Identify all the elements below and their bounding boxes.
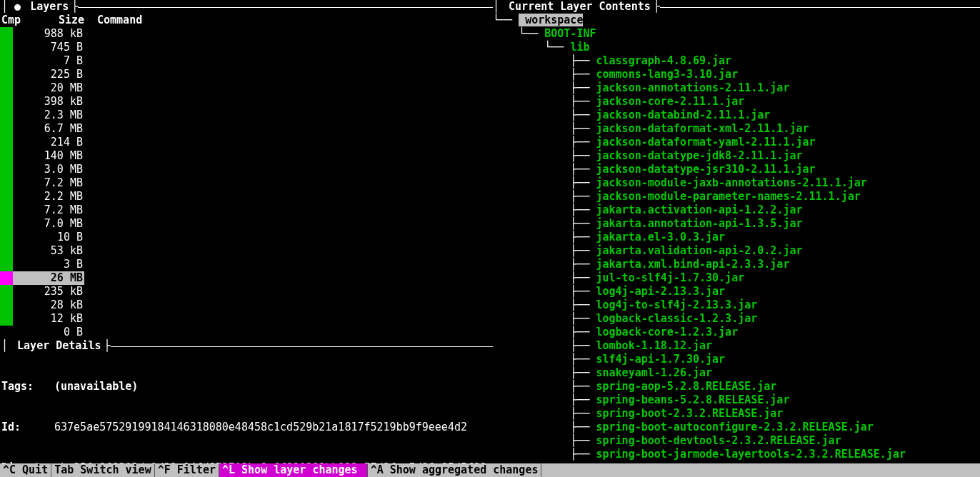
tree-row[interactable]: ├── jackson-core-2.11.1.jar [493, 95, 980, 109]
tree-row[interactable]: └── workspace [493, 14, 980, 27]
tree-row[interactable]: ├── spring-beans-5.2.8.RELEASE.jar [493, 393, 980, 407]
tree-file[interactable]: spring-boot-autoconfigure-2.3.2.RELEASE.… [596, 421, 874, 433]
tree-node-workspace[interactable]: workspace [519, 14, 583, 26]
tree-row[interactable]: ├── classgraph-4.8.69.jar [493, 54, 980, 68]
tree-row[interactable]: ├── logback-core-1.2.3.jar [493, 326, 980, 339]
tree-node-lib[interactable]: lib [570, 41, 589, 54]
layer-row[interactable]: 3.0 MB [0, 163, 493, 176]
layer-row[interactable]: 235 kB [0, 285, 493, 298]
tree-file[interactable]: log4j-to-slf4j-2.13.3.jar [596, 298, 758, 311]
tree-row[interactable]: ├── jackson-annotations-2.11.1.jar [493, 81, 980, 95]
layer-row[interactable]: 7.2 MB [0, 204, 493, 217]
tree-file[interactable]: jakarta.xml.bind-api-2.3.3.jar [596, 258, 790, 271]
layer-row[interactable]: 214 B [0, 136, 493, 149]
layer-row[interactable]: 0 B [0, 326, 493, 339]
tree-file[interactable]: jackson-module-jaxb-annotations-2.11.1.j… [596, 176, 867, 189]
tree-row[interactable]: ├── jackson-datatype-jsr310-2.11.1.jar [493, 163, 980, 176]
tree-row[interactable]: ├── jackson-module-parameter-names-2.11.… [493, 190, 980, 204]
tree-row[interactable]: ├── jakarta.xml.bind-api-2.3.3.jar [493, 258, 980, 271]
tree-file[interactable]: logback-classic-1.2.3.jar [596, 312, 758, 325]
tree-file[interactable]: log4j-api-2.13.3.jar [596, 285, 726, 298]
tree-row[interactable]: ├── spring-boot-jarmode-layertools-2.3.2… [493, 448, 980, 461]
tree-file[interactable]: jackson-dataformat-xml-2.11.1.jar [596, 122, 809, 135]
layer-row[interactable]: 28 kB [0, 298, 493, 312]
tree-file[interactable]: jackson-datatype-jdk8-2.11.1.jar [596, 149, 803, 162]
tree-file[interactable]: jakarta.activation-api-1.2.2.jar [596, 204, 803, 216]
tree-row[interactable]: ├── jakarta.validation-api-2.0.2.jar [493, 244, 980, 258]
tree-file[interactable]: jackson-dataformat-yaml-2.11.1.jar [596, 136, 816, 149]
tree-row[interactable]: ├── spring-boot-2.3.2.RELEASE.jar [493, 407, 980, 421]
tree-file[interactable]: logback-core-1.2.3.jar [596, 326, 739, 338]
tree-row[interactable]: └── lib [493, 41, 980, 54]
tree-row[interactable]: ├── jul-to-slf4j-1.7.30.jar [493, 271, 980, 285]
layer-row[interactable]: 12 kB [0, 312, 493, 326]
tree-file[interactable]: jakarta.annotation-api-1.3.5.jar [596, 217, 803, 230]
tags-value: (unavailable) [54, 380, 493, 393]
tree-file[interactable]: jul-to-slf4j-1.7.30.jar [596, 271, 745, 284]
tree-row[interactable]: ├── commons-lang3-3.10.jar [493, 68, 980, 81]
tree-file[interactable]: jackson-annotations-2.11.1.jar [596, 81, 790, 94]
layer-size: 2.2 MB [13, 190, 84, 204]
tree-file[interactable]: spring-boot-devtools-2.3.2.RELEASE.jar [596, 434, 841, 447]
layer-size: 3.0 MB [13, 163, 84, 176]
tree-file[interactable]: snakeyaml-1.26.jar [596, 366, 713, 379]
tree-row[interactable]: ├── jackson-datatype-jdk8-2.11.1.jar [493, 149, 980, 163]
layer-row[interactable]: 398 kB [0, 95, 493, 109]
tree-node-bootinf[interactable]: BOOT-INF [544, 27, 596, 40]
cmp-indicator [0, 27, 13, 41]
tree-row[interactable]: ├── jackson-dataformat-xml-2.11.1.jar [493, 122, 980, 136]
tree-row[interactable]: ├── log4j-to-slf4j-2.13.3.jar [493, 298, 980, 312]
tree-row[interactable]: └── BOOT-INF [493, 27, 980, 41]
show-layer-changes-shortcut[interactable]: ^L Show layer changes [219, 463, 367, 477]
tree-file[interactable]: jackson-module-parameter-names-2.11.1.ja… [596, 190, 861, 203]
switch-view-shortcut[interactable]: Tab Switch view [51, 463, 154, 477]
tree-row[interactable]: ├── logback-classic-1.2.3.jar [493, 312, 980, 326]
tree-row[interactable]: ├── jakarta.activation-api-1.2.2.jar [493, 204, 980, 217]
layer-row[interactable]: 140 MB [0, 149, 493, 163]
layers-list[interactable]: 988 kB 745 B 7 B 225 B 20 MB 398 kB 2.3 … [0, 27, 493, 339]
tree-row[interactable]: ├── slf4j-api-1.7.30.jar [493, 353, 980, 366]
tree-file[interactable]: slf4j-api-1.7.30.jar [596, 353, 726, 366]
tree-file[interactable]: jakarta.validation-api-2.0.2.jar [596, 244, 803, 257]
tree-row[interactable]: ├── spring-boot-devtools-2.3.2.RELEASE.j… [493, 434, 980, 448]
layer-row[interactable]: 10 B [0, 231, 493, 244]
tree-file[interactable]: jackson-datatype-jsr310-2.11.1.jar [596, 163, 816, 176]
tree-row[interactable]: ├── spring-boot-autoconfigure-2.3.2.RELE… [493, 421, 980, 434]
tree-row[interactable]: ├── log4j-api-2.13.3.jar [493, 285, 980, 298]
layer-row[interactable]: 988 kB [0, 27, 493, 41]
layer-row[interactable]: 7.0 MB [0, 217, 493, 231]
tree-file[interactable]: spring-boot-jarmode-layertools-2.3.2.REL… [596, 448, 906, 461]
layer-row[interactable]: 2.3 MB [0, 109, 493, 122]
layer-row[interactable]: 53 kB [0, 244, 493, 258]
layer-row[interactable]: 745 B [0, 41, 493, 54]
layer-row[interactable]: 7 B [0, 54, 493, 68]
show-aggregated-shortcut[interactable]: ^A Show aggregated changes [368, 463, 541, 477]
tree-file[interactable]: jackson-core-2.11.1.jar [596, 95, 745, 108]
file-tree[interactable]: └── workspace └── BOOT-INF └── lib ├── c… [493, 14, 980, 461]
tree-row[interactable]: ├── jakarta.el-3.0.3.jar [493, 231, 980, 244]
tree-file[interactable]: classgraph-4.8.69.jar [596, 54, 732, 67]
quit-shortcut[interactable]: ^C Quit [0, 463, 51, 477]
tree-row[interactable]: ├── lombok-1.18.12.jar [493, 339, 980, 353]
layer-row[interactable]: 225 B [0, 68, 493, 81]
tree-row[interactable]: ├── spring-aop-5.2.8.RELEASE.jar [493, 380, 980, 393]
tree-file[interactable]: lombok-1.18.12.jar [596, 339, 713, 352]
tree-row[interactable]: ├── jakarta.annotation-api-1.3.5.jar [493, 217, 980, 231]
layer-row[interactable]: 2.2 MB [0, 190, 493, 204]
tree-file[interactable]: jackson-databind-2.11.1.jar [596, 109, 771, 121]
tree-row[interactable]: ├── snakeyaml-1.26.jar [493, 366, 980, 380]
layer-row[interactable]: 20 MB [0, 81, 493, 95]
layer-row[interactable]: 3 B [0, 258, 493, 271]
tree-file[interactable]: commons-lang3-3.10.jar [596, 68, 739, 81]
tree-file[interactable]: jakarta.el-3.0.3.jar [596, 231, 726, 243]
tree-row[interactable]: ├── jackson-databind-2.11.1.jar [493, 109, 980, 122]
tree-row[interactable]: ├── jackson-module-jaxb-annotations-2.11… [493, 176, 980, 190]
tree-row[interactable]: ├── jackson-dataformat-yaml-2.11.1.jar [493, 136, 980, 149]
tree-file[interactable]: spring-aop-5.2.8.RELEASE.jar [596, 380, 777, 393]
layer-row[interactable]: 7.2 MB [0, 176, 493, 190]
filter-shortcut[interactable]: ^F Filter [155, 463, 219, 477]
layer-row[interactable]: 26 MB [0, 271, 493, 285]
tree-file[interactable]: spring-boot-2.3.2.RELEASE.jar [596, 407, 784, 420]
tree-file[interactable]: spring-beans-5.2.8.RELEASE.jar [596, 393, 790, 406]
layer-row[interactable]: 6.7 MB [0, 122, 493, 136]
